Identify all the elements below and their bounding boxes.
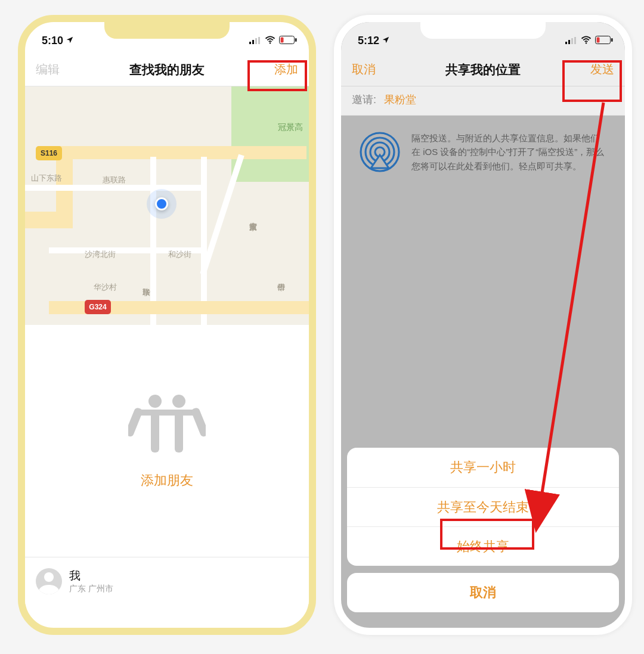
svg-point-9 bbox=[172, 395, 185, 408]
page-title: 查找我的朋友 bbox=[72, 61, 262, 78]
svg-point-4 bbox=[270, 42, 271, 44]
svg-rect-7 bbox=[281, 37, 284, 42]
page-title: 共享我的位置 bbox=[388, 61, 578, 78]
road-label: 沙湾北街 bbox=[85, 249, 116, 260]
road-segment bbox=[25, 185, 204, 191]
road-label: 和沙街 bbox=[168, 249, 191, 260]
svg-rect-13 bbox=[128, 407, 143, 438]
current-location-dot bbox=[155, 197, 168, 210]
add-friend-button[interactable]: 添加朋友 bbox=[141, 472, 193, 489]
empty-state-panel: 添加朋友 bbox=[25, 325, 309, 557]
location-arrow-icon bbox=[66, 35, 74, 47]
svg-rect-6 bbox=[295, 38, 297, 42]
svg-rect-18 bbox=[574, 37, 576, 44]
notch bbox=[420, 22, 546, 39]
park-area bbox=[231, 86, 309, 182]
cellular-signal-icon bbox=[249, 35, 261, 47]
phone-find-friends: 5:10 编辑 查找我的朋友 添加 bbox=[18, 15, 316, 635]
invite-contact: 果粉堂 bbox=[384, 94, 416, 106]
road-label: 惠联路 bbox=[103, 175, 126, 185]
road-shield: G324 bbox=[85, 300, 111, 314]
share-always-option[interactable]: 始终共享 bbox=[347, 526, 619, 566]
battery-low-icon bbox=[595, 35, 613, 47]
avatar bbox=[36, 568, 62, 594]
road-segment bbox=[25, 212, 61, 228]
nav-bar: 取消 共享我的位置 发送 bbox=[341, 53, 625, 86]
cellular-signal-icon bbox=[565, 35, 577, 47]
battery-low-icon bbox=[279, 35, 297, 47]
road-segment bbox=[201, 157, 207, 325]
road-segment bbox=[56, 146, 306, 159]
road-label: 华沙村 bbox=[94, 282, 117, 293]
invite-row[interactable]: 邀请: 果粉堂 bbox=[341, 86, 625, 116]
phone-share-location: 5:12 取消 共享我的位置 发送 bbox=[334, 15, 632, 635]
me-row[interactable]: 我 广东 广州市 bbox=[25, 557, 309, 605]
svg-rect-14 bbox=[191, 407, 206, 438]
road-label: 山下东路 bbox=[31, 173, 62, 184]
add-button[interactable]: 添加 bbox=[262, 61, 298, 78]
wifi-icon bbox=[265, 35, 275, 47]
svg-rect-10 bbox=[134, 410, 200, 416]
share-until-eod-option[interactable]: 共享至今天结束 bbox=[347, 487, 619, 526]
svg-rect-0 bbox=[249, 42, 251, 44]
share-one-hour-option[interactable]: 共享一小时 bbox=[347, 448, 619, 487]
airdrop-description: 隔空投送。与附近的人共享位置信息。如果他们在 iOS 设备的“控制中心”打开了“… bbox=[411, 131, 607, 175]
status-time: 5:10 bbox=[42, 35, 63, 47]
svg-rect-2 bbox=[255, 38, 257, 44]
me-name: 我 bbox=[69, 568, 113, 584]
location-arrow-icon bbox=[382, 35, 390, 47]
invite-label: 邀请: bbox=[352, 94, 376, 106]
action-sheet: 共享一小时 共享至今天结束 始终共享 取消 bbox=[347, 448, 619, 612]
svg-rect-12 bbox=[175, 410, 183, 452]
svg-rect-17 bbox=[571, 38, 573, 44]
cancel-button[interactable]: 取消 bbox=[352, 61, 388, 78]
svg-rect-3 bbox=[258, 37, 260, 44]
road-shield: S116 bbox=[36, 146, 62, 160]
nav-bar: 编辑 查找我的朋友 添加 bbox=[25, 53, 309, 86]
map-view[interactable]: 冠景高 山下东路 惠联路 沙湾北街 和沙街 华沙村 联华路 黄皮东家街 华侨街 … bbox=[25, 86, 309, 325]
airdrop-info: 隔空投送。与附近的人共享位置信息。如果他们在 iOS 设备的“控制中心”打开了“… bbox=[341, 116, 625, 175]
park-label: 冠景高 bbox=[278, 122, 303, 133]
svg-rect-22 bbox=[597, 37, 600, 42]
svg-rect-15 bbox=[565, 42, 567, 44]
send-button[interactable]: 发送 bbox=[578, 61, 614, 78]
friends-icon bbox=[128, 393, 206, 461]
road-segment bbox=[150, 157, 156, 325]
svg-point-8 bbox=[148, 395, 162, 408]
svg-rect-1 bbox=[252, 40, 254, 44]
me-location: 广东 广州市 bbox=[69, 584, 113, 594]
notch bbox=[104, 22, 230, 39]
svg-point-19 bbox=[586, 42, 587, 44]
edit-button[interactable]: 编辑 bbox=[36, 61, 72, 78]
status-time: 5:12 bbox=[358, 35, 379, 47]
wifi-icon bbox=[581, 35, 592, 47]
svg-rect-16 bbox=[568, 40, 570, 44]
svg-rect-11 bbox=[151, 410, 159, 452]
svg-rect-21 bbox=[611, 38, 613, 42]
airdrop-icon bbox=[359, 131, 401, 175]
sheet-cancel-button[interactable]: 取消 bbox=[347, 573, 619, 612]
